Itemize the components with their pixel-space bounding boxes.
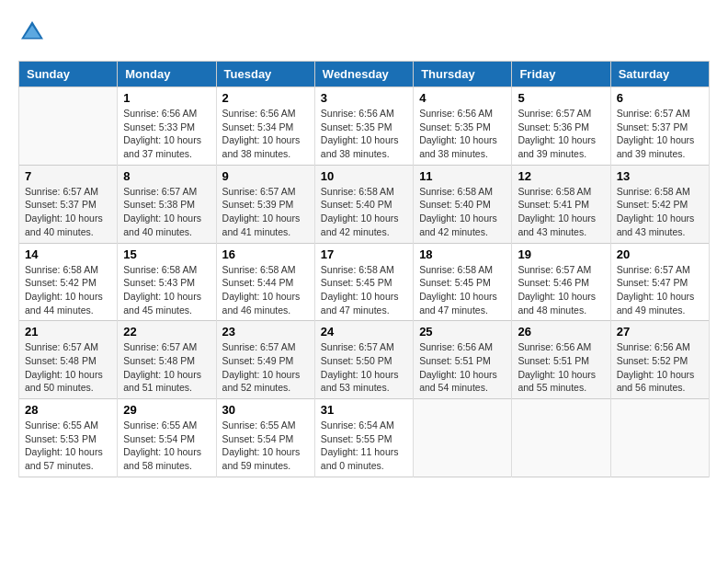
day-info: Sunrise: 6:58 AMSunset: 5:43 PMDaylight:… [123,263,210,317]
day-info: Sunrise: 6:58 AMSunset: 5:40 PMDaylight:… [321,185,407,239]
day-info: Sunrise: 6:57 AMSunset: 5:37 PMDaylight:… [25,185,111,239]
day-cell: 24Sunrise: 6:57 AMSunset: 5:50 PMDayligh… [314,321,413,399]
day-cell: 31Sunrise: 6:54 AMSunset: 5:55 PMDayligh… [314,399,413,477]
day-number: 27 [617,325,703,339]
day-number: 20 [617,247,703,261]
day-info: Sunrise: 6:56 AMSunset: 5:33 PMDaylight:… [123,107,210,161]
header-friday: Friday [512,62,610,87]
day-cell: 27Sunrise: 6:56 AMSunset: 5:52 PMDayligh… [610,321,709,399]
day-number: 26 [518,325,604,339]
day-number: 19 [518,247,604,261]
day-info: Sunrise: 6:56 AMSunset: 5:51 PMDaylight:… [518,340,604,395]
day-cell [414,399,512,477]
day-info: Sunrise: 6:58 AMSunset: 5:42 PMDaylight:… [617,185,703,239]
day-info: Sunrise: 6:57 AMSunset: 5:46 PMDaylight:… [518,263,604,317]
calendar-header-row: SundayMondayTuesdayWednesdayThursdayFrid… [19,62,710,87]
day-cell: 7Sunrise: 6:57 AMSunset: 5:37 PMDaylight… [19,165,118,243]
day-cell: 1Sunrise: 6:56 AMSunset: 5:33 PMDaylight… [118,87,216,166]
header-tuesday: Tuesday [216,62,314,87]
day-number: 5 [518,91,604,105]
day-info: Sunrise: 6:58 AMSunset: 5:41 PMDaylight:… [518,185,604,239]
day-number: 18 [419,247,506,261]
header-sunday: Sunday [19,62,118,87]
day-info: Sunrise: 6:57 AMSunset: 5:39 PMDaylight:… [222,185,309,239]
week-row-2: 7Sunrise: 6:57 AMSunset: 5:37 PMDaylight… [19,165,710,243]
day-info: Sunrise: 6:58 AMSunset: 5:44 PMDaylight:… [222,263,309,317]
day-number: 16 [222,247,309,261]
day-info: Sunrise: 6:56 AMSunset: 5:52 PMDaylight:… [617,340,703,395]
day-cell: 21Sunrise: 6:57 AMSunset: 5:48 PMDayligh… [19,321,118,399]
day-number: 13 [617,169,703,183]
day-cell: 28Sunrise: 6:55 AMSunset: 5:53 PMDayligh… [19,399,118,477]
header-thursday: Thursday [414,62,512,87]
day-info: Sunrise: 6:57 AMSunset: 5:49 PMDaylight:… [222,340,309,395]
day-info: Sunrise: 6:55 AMSunset: 5:54 PMDaylight:… [123,419,210,473]
day-cell: 29Sunrise: 6:55 AMSunset: 5:54 PMDayligh… [118,399,216,477]
day-cell: 10Sunrise: 6:58 AMSunset: 5:40 PMDayligh… [314,165,413,243]
day-info: Sunrise: 6:57 AMSunset: 5:48 PMDaylight:… [123,340,210,395]
day-info: Sunrise: 6:56 AMSunset: 5:51 PMDaylight:… [419,340,506,395]
day-info: Sunrise: 6:58 AMSunset: 5:40 PMDaylight:… [419,185,506,239]
day-cell: 16Sunrise: 6:58 AMSunset: 5:44 PMDayligh… [216,243,314,321]
day-number: 9 [222,169,309,183]
day-cell: 13Sunrise: 6:58 AMSunset: 5:42 PMDayligh… [610,165,709,243]
day-info: Sunrise: 6:57 AMSunset: 5:47 PMDaylight:… [617,263,703,317]
day-info: Sunrise: 6:56 AMSunset: 5:35 PMDaylight:… [321,107,407,161]
week-row-5: 28Sunrise: 6:55 AMSunset: 5:53 PMDayligh… [19,399,710,477]
day-number: 11 [419,169,506,183]
day-number: 30 [222,403,309,417]
header-saturday: Saturday [610,62,709,87]
day-info: Sunrise: 6:56 AMSunset: 5:35 PMDaylight:… [419,107,506,161]
day-number: 6 [617,91,703,105]
day-cell: 30Sunrise: 6:55 AMSunset: 5:54 PMDayligh… [216,399,314,477]
day-number: 12 [518,169,604,183]
day-number: 8 [123,169,210,183]
day-number: 31 [321,403,407,417]
logo [18,18,50,46]
week-row-1: 1Sunrise: 6:56 AMSunset: 5:33 PMDaylight… [19,87,710,166]
week-row-3: 14Sunrise: 6:58 AMSunset: 5:42 PMDayligh… [19,243,710,321]
day-cell: 5Sunrise: 6:57 AMSunset: 5:36 PMDaylight… [512,87,610,166]
day-number: 15 [123,247,210,261]
day-cell: 3Sunrise: 6:56 AMSunset: 5:35 PMDaylight… [314,87,413,166]
day-number: 25 [419,325,506,339]
header-monday: Monday [118,62,216,87]
day-cell: 19Sunrise: 6:57 AMSunset: 5:46 PMDayligh… [512,243,610,321]
day-cell [610,399,709,477]
day-cell [512,399,610,477]
day-cell: 2Sunrise: 6:56 AMSunset: 5:34 PMDaylight… [216,87,314,166]
day-info: Sunrise: 6:58 AMSunset: 5:45 PMDaylight:… [321,263,407,317]
day-info: Sunrise: 6:57 AMSunset: 5:48 PMDaylight:… [25,340,111,395]
day-info: Sunrise: 6:58 AMSunset: 5:42 PMDaylight:… [25,263,111,317]
day-cell: 20Sunrise: 6:57 AMSunset: 5:47 PMDayligh… [610,243,709,321]
page-header [18,18,710,46]
day-cell: 22Sunrise: 6:57 AMSunset: 5:48 PMDayligh… [118,321,216,399]
day-info: Sunrise: 6:54 AMSunset: 5:55 PMDaylight:… [321,419,407,473]
day-cell: 17Sunrise: 6:58 AMSunset: 5:45 PMDayligh… [314,243,413,321]
day-info: Sunrise: 6:55 AMSunset: 5:54 PMDaylight:… [222,419,309,473]
header-wednesday: Wednesday [314,62,413,87]
day-cell: 12Sunrise: 6:58 AMSunset: 5:41 PMDayligh… [512,165,610,243]
day-number: 24 [321,325,407,339]
day-number: 23 [222,325,309,339]
day-info: Sunrise: 6:57 AMSunset: 5:50 PMDaylight:… [321,340,407,395]
day-number: 28 [25,403,111,417]
day-cell: 14Sunrise: 6:58 AMSunset: 5:42 PMDayligh… [19,243,118,321]
day-info: Sunrise: 6:58 AMSunset: 5:45 PMDaylight:… [419,263,506,317]
day-cell: 23Sunrise: 6:57 AMSunset: 5:49 PMDayligh… [216,321,314,399]
day-cell: 9Sunrise: 6:57 AMSunset: 5:39 PMDaylight… [216,165,314,243]
day-info: Sunrise: 6:57 AMSunset: 5:36 PMDaylight:… [518,107,604,161]
day-cell: 11Sunrise: 6:58 AMSunset: 5:40 PMDayligh… [414,165,512,243]
day-number: 29 [123,403,210,417]
day-number: 14 [25,247,111,261]
day-info: Sunrise: 6:56 AMSunset: 5:34 PMDaylight:… [222,107,309,161]
logo-icon [18,18,46,46]
day-cell: 26Sunrise: 6:56 AMSunset: 5:51 PMDayligh… [512,321,610,399]
day-number: 21 [25,325,111,339]
day-info: Sunrise: 6:57 AMSunset: 5:37 PMDaylight:… [617,107,703,161]
day-number: 7 [25,169,111,183]
day-number: 22 [123,325,210,339]
day-number: 2 [222,91,309,105]
day-cell: 18Sunrise: 6:58 AMSunset: 5:45 PMDayligh… [414,243,512,321]
day-number: 10 [321,169,407,183]
